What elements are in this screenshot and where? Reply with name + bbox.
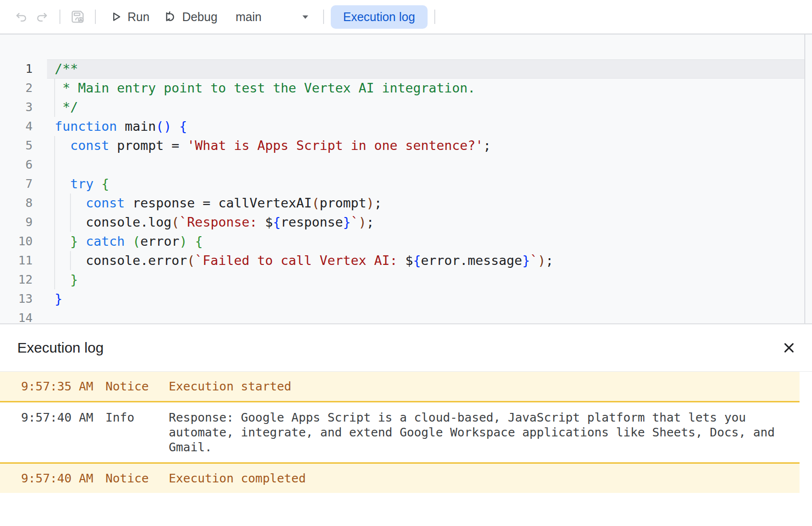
code-editor[interactable]: 1/**2 * Main entry point to test the Ver… xyxy=(0,34,812,323)
close-button[interactable] xyxy=(778,337,800,358)
code-line[interactable]: 2 * Main entry point to test the Vertex … xyxy=(0,79,812,98)
log-entry-time: 9:57:35 AM xyxy=(21,379,105,394)
function-selector-value: main xyxy=(236,10,262,24)
line-number[interactable]: 2 xyxy=(0,79,33,98)
log-entry-level: Notice xyxy=(105,379,169,394)
execution-log-header: Execution log xyxy=(0,324,812,372)
debug-icon xyxy=(163,10,177,24)
log-entry-time: 9:57:40 AM xyxy=(21,410,105,425)
code-text: const response = callVertexAI(prompt); xyxy=(55,194,382,213)
log-entry-message: Response: Google Apps Script is a cloud-… xyxy=(169,410,795,455)
line-number[interactable]: 8 xyxy=(0,194,33,213)
log-entry-level: Notice xyxy=(105,471,169,486)
log-entry-message: Execution started xyxy=(169,379,795,394)
line-number[interactable]: 13 xyxy=(0,289,33,309)
log-entry: 9:57:40 AMInfoResponse: Google Apps Scri… xyxy=(0,402,800,462)
save-button[interactable] xyxy=(67,6,88,27)
code-line[interactable]: 8 const response = callVertexAI(prompt); xyxy=(0,194,812,213)
code-text: } xyxy=(55,270,78,289)
code-line[interactable]: 10 } catch (error) { xyxy=(0,232,812,251)
close-icon xyxy=(782,341,796,355)
line-number[interactable]: 1 xyxy=(0,59,33,79)
play-icon xyxy=(109,10,123,23)
log-entry-message: Execution completed xyxy=(169,471,795,486)
line-number[interactable]: 6 xyxy=(0,155,33,174)
code-line[interactable]: 5 const prompt = 'What is Apps Script in… xyxy=(0,136,812,155)
line-number[interactable]: 4 xyxy=(0,117,33,136)
code-line[interactable]: 6 xyxy=(0,155,812,174)
line-number[interactable]: 5 xyxy=(0,136,33,155)
redo-button[interactable] xyxy=(32,6,53,27)
code-line[interactable]: 4function main() { xyxy=(0,117,812,136)
editor-overview-ruler-border xyxy=(804,34,805,323)
debug-label: Debug xyxy=(182,10,218,24)
toolbar-divider xyxy=(59,10,60,24)
code-line[interactable]: 9 console.log(`Response: ${response}`); xyxy=(0,213,812,232)
code-line[interactable]: 13} xyxy=(0,289,812,309)
debug-button[interactable]: Debug xyxy=(156,6,224,28)
run-label: Run xyxy=(128,10,150,24)
log-entry: 9:57:40 AMNoticeExecution completed xyxy=(0,462,800,493)
log-entry: 9:57:35 AMNoticeExecution started xyxy=(0,372,800,402)
line-number[interactable]: 7 xyxy=(0,174,33,194)
code-line[interactable]: 12 } xyxy=(0,270,812,289)
save-icon xyxy=(70,9,86,25)
toolbar-divider xyxy=(323,10,324,24)
line-number[interactable]: 3 xyxy=(0,98,33,117)
execution-log-button[interactable]: Execution log xyxy=(331,5,428,29)
execution-log-panel: Execution log 9:57:35 AMNoticeExecution … xyxy=(0,323,812,526)
code-lines: 1/**2 * Main entry point to test the Ver… xyxy=(0,34,812,323)
code-text: console.log(`Response: ${response}`); xyxy=(55,213,374,232)
run-button[interactable]: Run xyxy=(103,6,156,28)
line-number[interactable]: 9 xyxy=(0,213,33,232)
function-selector[interactable]: main xyxy=(231,6,316,28)
code-text: * Main entry point to test the Vertex AI… xyxy=(55,79,476,98)
code-text: console.error(`Failed to call Vertex AI:… xyxy=(55,251,553,270)
line-number[interactable]: 11 xyxy=(0,251,33,270)
redo-icon xyxy=(35,10,49,24)
execution-log-title: Execution log xyxy=(17,340,104,356)
code-text: function main() { xyxy=(55,117,187,136)
execution-log-entries: 9:57:35 AMNoticeExecution started9:57:40… xyxy=(0,372,800,493)
code-text: } xyxy=(55,289,62,309)
code-line[interactable]: 14 xyxy=(0,309,812,323)
undo-icon xyxy=(14,10,28,24)
log-entry-level: Info xyxy=(105,410,169,425)
code-text: try { xyxy=(55,174,109,194)
log-entry-time: 9:57:40 AM xyxy=(21,471,105,486)
undo-button[interactable] xyxy=(11,6,32,27)
code-line[interactable]: 1/** xyxy=(0,59,812,79)
line-number[interactable]: 10 xyxy=(0,232,33,251)
toolbar-divider xyxy=(95,10,96,24)
code-text: /** xyxy=(55,59,78,79)
toolbar-divider xyxy=(434,10,435,24)
code-line[interactable]: 7 try { xyxy=(0,174,812,194)
chevron-down-icon xyxy=(299,11,312,23)
code-line[interactable]: 11 console.error(`Failed to call Vertex … xyxy=(0,251,812,270)
code-text: } catch (error) { xyxy=(55,232,203,251)
code-text: const prompt = 'What is Apps Script in o… xyxy=(55,136,491,155)
code-line[interactable]: 3 */ xyxy=(0,98,812,117)
line-number[interactable]: 12 xyxy=(0,270,33,289)
code-text: */ xyxy=(55,98,78,117)
line-number[interactable]: 14 xyxy=(0,309,33,323)
toolbar: Run Debug main Execution log xyxy=(0,0,812,34)
